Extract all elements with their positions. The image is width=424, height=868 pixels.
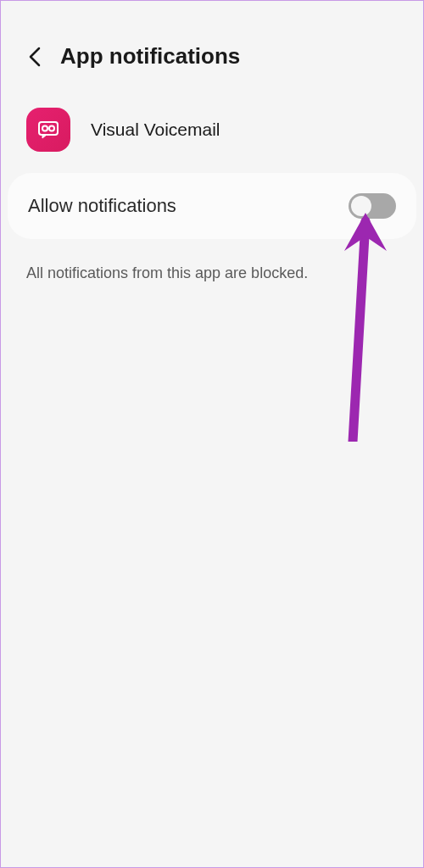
allow-notifications-toggle[interactable] xyxy=(349,193,396,219)
app-row[interactable]: Visual Voicemail xyxy=(1,95,423,173)
svg-point-2 xyxy=(49,126,54,131)
app-name: Visual Voicemail xyxy=(91,120,220,140)
allow-notifications-row[interactable]: Allow notifications xyxy=(8,173,416,239)
page-title: App notifications xyxy=(60,43,240,70)
app-icon xyxy=(26,108,70,152)
header: App notifications xyxy=(1,1,423,95)
toggle-knob xyxy=(351,196,371,216)
setting-label: Allow notifications xyxy=(28,195,176,217)
status-text: All notifications from this app are bloc… xyxy=(1,239,423,308)
back-icon[interactable] xyxy=(26,48,43,65)
svg-point-1 xyxy=(42,126,47,131)
